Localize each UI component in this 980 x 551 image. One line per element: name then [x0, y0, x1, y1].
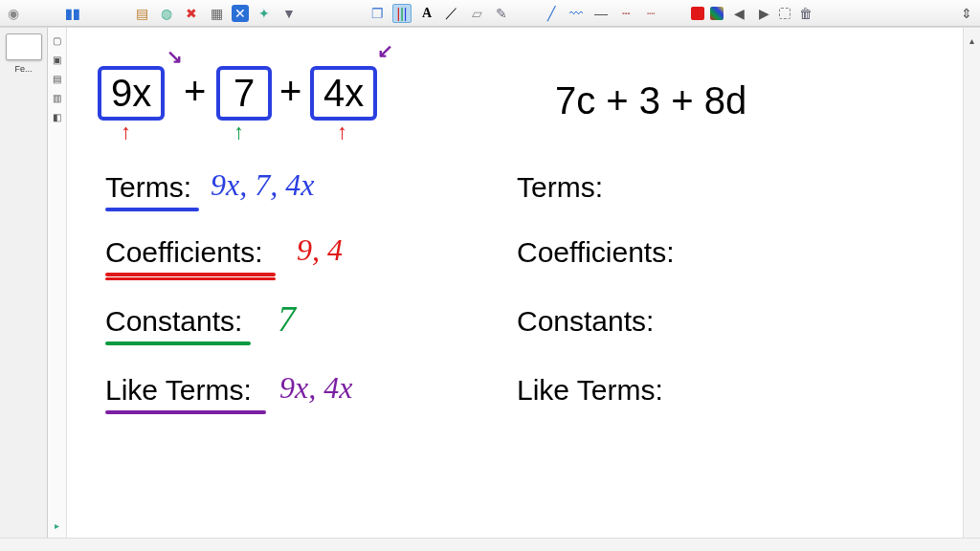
vtool-5-icon[interactable]: ◧ — [51, 110, 64, 123]
record-icon[interactable]: ◉ — [4, 4, 23, 23]
vertical-toolbar: ▢ ▣ ▤ ▥ ◧ ▸ — [48, 28, 67, 538]
scroll-up-icon[interactable]: ▴ — [966, 33, 979, 47]
term-box-2: 7 — [216, 66, 272, 121]
coeff-value: 9, 4 — [297, 232, 343, 268]
right-expression: 7c + 3 + 8d — [555, 79, 746, 122]
vtool-2-icon[interactable]: ▣ — [51, 53, 64, 66]
book-icon[interactable]: ▤ — [132, 4, 151, 23]
close-box-icon[interactable]: ✕ — [232, 5, 249, 22]
vtool-4-icon[interactable]: ▥ — [51, 91, 64, 104]
calendar-icon[interactable]: ▦ — [207, 4, 226, 23]
terms-value: 9x, 7, 4x — [211, 167, 314, 203]
const-value: 7 — [278, 298, 296, 340]
pen-wave-icon[interactable]: 〰 — [567, 4, 586, 23]
arrow-left-icon[interactable]: ◀ — [729, 4, 748, 23]
term1-text: 9x — [111, 72, 151, 114]
right-like-label: Like Terms: — [517, 374, 663, 407]
like-underline — [105, 410, 266, 414]
red-arrow-2-icon: ↑ — [337, 120, 347, 144]
coeff-underline — [105, 273, 276, 276]
puzzle-icon[interactable]: ✦ — [255, 4, 274, 23]
eraser-icon[interactable]: ▱ — [467, 4, 486, 23]
crop-icon[interactable] — [779, 8, 791, 19]
green-arrow-icon: ↑ — [234, 120, 244, 144]
pause-icon[interactable]: ▮▮ — [63, 4, 82, 23]
globe-icon[interactable]: ◍ — [157, 4, 176, 23]
right-coeff-label: Coefficients: — [517, 236, 675, 269]
plus-1: + — [184, 70, 206, 113]
cancel-icon[interactable]: ✖ — [182, 4, 201, 23]
slide-thumbnail[interactable] — [6, 33, 42, 60]
right-scrollbar[interactable]: ▴ — [963, 28, 980, 538]
pen-thin-icon[interactable]: ╱ — [542, 4, 561, 23]
red-arrow-1-icon: ↑ — [121, 120, 131, 144]
const-underline — [105, 342, 251, 345]
like-value: 9x, 4x — [279, 370, 352, 406]
plus-2: + — [279, 70, 301, 113]
dropper-icon[interactable]: ✎ — [492, 4, 511, 23]
trash-icon[interactable]: 🗑 — [796, 4, 815, 23]
vresize-icon[interactable]: ⇕ — [957, 4, 976, 23]
color-picker-icon[interactable] — [710, 7, 724, 20]
coeff-underline-2 — [105, 277, 276, 280]
dot-icon[interactable]: ┈ — [641, 4, 660, 23]
text-tool-icon[interactable]: A — [417, 4, 436, 23]
slide-panel: Fe... — [0, 28, 48, 538]
color-red-icon[interactable] — [691, 7, 704, 20]
hline-icon[interactable]: ― — [591, 4, 611, 23]
purple-arrow-1-icon: ↘ — [167, 45, 183, 68]
puzzle2-icon[interactable]: ❐ — [368, 4, 387, 23]
term-box-3: 4x — [310, 66, 377, 121]
status-bar — [0, 538, 980, 551]
stamp-icon[interactable]: ▼ — [279, 4, 299, 23]
const-label: Constants: — [105, 305, 242, 338]
purple-arrow-2-icon: ↘ — [377, 39, 393, 62]
app-root: ◉ ▮▮ ▤ ◍ ✖ ▦ ✕ ✦ ▼ ❐ ||| A ／ ▱ ✎ ╱ 〰 ― ┄… — [0, 0, 980, 551]
term3-text: 4x — [323, 72, 364, 114]
vtool-1-icon[interactable]: ▢ — [51, 33, 64, 47]
coeff-label: Coefficients: — [105, 236, 263, 269]
slide-thumb-label: Fe... — [14, 64, 32, 74]
vtool-page-icon[interactable]: ▸ — [51, 518, 64, 532]
main-area: Fe... ▢ ▣ ▤ ▥ ◧ ▸ 9x + 7 + 4x ↘ ↘ ↑ ↑ ↑ — [0, 27, 980, 538]
term2-text: 7 — [234, 72, 255, 114]
arrow-right-icon[interactable]: ▶ — [754, 4, 773, 23]
terms-label: Terms: — [105, 171, 191, 204]
vtool-3-icon[interactable]: ▤ — [51, 72, 64, 85]
right-const-label: Constants: — [517, 305, 654, 338]
like-label: Like Terms: — [105, 374, 252, 407]
right-terms-label: Terms: — [517, 171, 603, 204]
dash-icon[interactable]: ┄ — [616, 4, 635, 23]
line-tool-icon[interactable]: ／ — [442, 4, 461, 23]
whiteboard-canvas[interactable]: 9x + 7 + 4x ↘ ↘ ↑ ↑ ↑ Terms: 9x, 7, 4x C… — [67, 28, 963, 538]
pens-icon[interactable]: ||| — [392, 4, 412, 23]
terms-underline — [105, 208, 199, 211]
toolbar-top: ◉ ▮▮ ▤ ◍ ✖ ▦ ✕ ✦ ▼ ❐ ||| A ／ ▱ ✎ ╱ 〰 ― ┄… — [0, 0, 980, 27]
term-box-1: 9x — [98, 66, 165, 121]
